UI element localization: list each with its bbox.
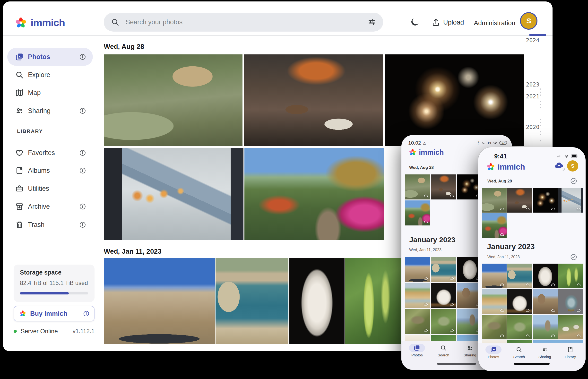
ios-phone-mockup: 9:41 immich S Wed, Aug 28 January 2023 W… [478, 147, 586, 371]
administration-link[interactable]: Administration [474, 19, 515, 27]
photo-thumb-lizard1[interactable] [405, 309, 430, 334]
sidebar-item-albums[interactable]: Albums [7, 161, 93, 180]
photo-thumb-berries[interactable] [558, 264, 583, 288]
photo-thumb-hands[interactable] [558, 188, 583, 213]
photo-thumb-fortress[interactable] [482, 264, 507, 288]
home-indicator[interactable] [437, 363, 476, 365]
timeline-dot [540, 104, 541, 105]
photo-thumb-silver[interactable] [558, 289, 583, 314]
select-all-check-icon[interactable] [570, 177, 577, 185]
photo-thumb-fortress[interactable] [405, 257, 430, 282]
backup-cloud-icon[interactable] [554, 161, 564, 171]
photo-thumb-redgreen[interactable] [431, 335, 456, 341]
nav-item-sharing[interactable]: Sharing [462, 344, 478, 357]
photo-thumb-park[interactable] [482, 213, 507, 238]
photo-thumb-coastal[interactable] [507, 264, 532, 288]
dark-mode-toggle-moon-icon[interactable] [410, 17, 420, 27]
nav-item-search[interactable]: Search [511, 346, 527, 359]
timeline-dot [540, 88, 541, 90]
timeline-active-year-marker [529, 34, 546, 36]
search-filter-icon[interactable] [368, 18, 376, 26]
photo-thumb-sky[interactable] [533, 340, 558, 343]
photo-thumb-monkeys[interactable] [482, 188, 507, 213]
sidebar-item-map[interactable]: Map [7, 84, 93, 102]
nav-item-photos[interactable]: Photos [409, 344, 425, 357]
storage-space-card: Storage space 82.4 TiB of 115.1 TiB used [14, 265, 95, 302]
cloud-backup-icon [525, 308, 530, 313]
timeline-year-2024[interactable]: 2024 [522, 37, 540, 44]
info-icon[interactable] [83, 310, 90, 317]
upload-button[interactable]: Upload [431, 18, 464, 27]
photo-marble-bust[interactable] [289, 258, 345, 344]
photo-thumb-houses[interactable] [558, 315, 583, 339]
date-header: Wed, Aug 28 [104, 43, 144, 50]
cloud-backup-icon [500, 308, 505, 313]
app-logo[interactable]: immich [15, 16, 65, 29]
nav-item-sharing[interactable]: Sharing [537, 346, 553, 359]
search-icon [440, 345, 446, 351]
photo-thumb-lizard2[interactable] [431, 309, 456, 334]
user-avatar[interactable]: S [567, 160, 578, 172]
photo-thumb-beach[interactable] [482, 289, 507, 314]
photo-thumb-sculpture[interactable] [533, 264, 558, 288]
sidebar-item-photos[interactable]: Photos [7, 48, 93, 66]
photo-fortress-walls[interactable] [104, 258, 215, 344]
info-icon[interactable] [79, 53, 86, 61]
photo-autumn-dinner-table[interactable] [244, 54, 383, 146]
photo-thumb-redgreen[interactable] [507, 340, 532, 343]
home-indicator[interactable] [514, 363, 550, 365]
info-icon[interactable] [79, 107, 86, 114]
photo-green-berries[interactable] [345, 258, 401, 344]
photo-thumb-park[interactable] [405, 200, 430, 225]
info-icon[interactable] [79, 167, 86, 174]
photo-thumb-coastal[interactable] [431, 257, 456, 282]
photo-thumb-dinner[interactable] [507, 188, 532, 213]
photo-thumb-sky[interactable] [558, 340, 583, 343]
bluetooth-icon: ᛒ [477, 141, 480, 145]
photo-thumb-ruins[interactable] [533, 289, 558, 314]
nav-item-photos[interactable]: Photos [485, 346, 502, 359]
photo-thumb-monkeys[interactable] [405, 174, 430, 199]
photo-thumb-lizard2[interactable] [507, 315, 532, 339]
cloud-backup-icon [576, 333, 581, 338]
photo-thumb-dinner[interactable] [431, 174, 456, 199]
nav-item-library[interactable]: Library [562, 346, 578, 359]
timeline-year-2023[interactable]: 2023 [522, 81, 540, 88]
photo-thumb-tower[interactable] [533, 315, 558, 339]
photo-thumb-tan[interactable] [482, 340, 507, 343]
timeline-year-2020[interactable]: 2020 [522, 124, 540, 130]
buy-immich-button[interactable]: Buy Immich [14, 306, 95, 321]
photo-fireworks-night[interactable] [385, 54, 524, 146]
info-icon[interactable] [79, 221, 86, 228]
toolbox-icon [15, 184, 24, 193]
search-input[interactable]: Search your photos [104, 13, 383, 32]
upload-label: Upload [443, 19, 464, 26]
photo-coastal-town[interactable] [216, 258, 288, 344]
cloud-backup-icon [576, 283, 581, 287]
photo-autumn-park-path[interactable] [244, 148, 384, 240]
app-logo-text: immich [419, 148, 444, 157]
photo-thumb-beach[interactable] [405, 283, 430, 308]
sidebar-item-archive[interactable]: Archive [7, 198, 93, 216]
info-icon[interactable] [79, 149, 86, 157]
photo-couple-holding-hands[interactable] [104, 148, 243, 240]
info-icon[interactable] [79, 203, 86, 210]
photo-thumb-whiterock[interactable] [431, 283, 456, 308]
library-section-label: LIBRARY [17, 128, 43, 134]
sidebar-item-favorites[interactable]: Favorites [7, 144, 93, 162]
select-all-check-icon[interactable] [570, 253, 577, 261]
photo-thumb-lizard1[interactable] [482, 315, 507, 339]
battery-icon: 97 [499, 141, 507, 145]
timeline-dot [540, 122, 541, 123]
photo-thumb-tan[interactable] [405, 335, 430, 341]
photo-thumb-fireworks[interactable] [533, 188, 558, 213]
sidebar-item-trash[interactable]: Trash [7, 216, 93, 234]
nav-item-search[interactable]: Search [435, 344, 451, 357]
photo-thumb-whiterock[interactable] [507, 289, 532, 314]
photo-jungle-monkeys[interactable] [104, 54, 242, 146]
sidebar-item-explore[interactable]: Explore [7, 66, 93, 84]
timeline-year-2021[interactable]: 2021 [522, 93, 540, 100]
sidebar-item-sharing[interactable]: Sharing [7, 102, 93, 120]
sidebar-item-utilities[interactable]: Utilities [7, 180, 93, 198]
user-avatar[interactable]: S [520, 12, 538, 30]
